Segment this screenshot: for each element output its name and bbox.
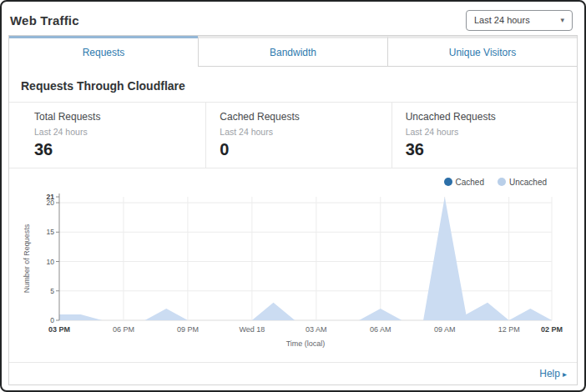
- svg-text:Time (local): Time (local): [286, 339, 326, 348]
- traffic-card: Requests Bandwidth Unique Visitors Reque…: [8, 35, 578, 385]
- svg-text:15: 15: [47, 228, 55, 236]
- cached-dot-icon: [444, 178, 452, 186]
- stat-subtitle: Last 24 hours: [406, 127, 563, 137]
- legend-cached-label: Cached: [456, 178, 484, 187]
- web-traffic-panel: Web Traffic Last 24 hours ▾ Requests Ban…: [0, 0, 586, 392]
- svg-text:21: 21: [47, 193, 55, 201]
- svg-text:Number of Requests: Number of Requests: [23, 224, 31, 293]
- stat-title: Cached Requests: [220, 111, 377, 123]
- requests-area-chart[interactable]: 051015202103 PM06 PM09 PMWed 1803 AM06 A…: [21, 188, 570, 352]
- stat-cached-requests: Cached Requests Last 24 hours 0: [205, 103, 391, 168]
- tab-bar: Requests Bandwidth Unique Visitors: [9, 36, 577, 67]
- legend-item-uncached: Uncached: [498, 178, 547, 187]
- section-title: Requests Through Cloudflare: [9, 67, 577, 102]
- svg-text:Wed 18: Wed 18: [239, 325, 265, 334]
- svg-text:06 PM: 06 PM: [113, 325, 134, 334]
- svg-text:5: 5: [50, 287, 54, 295]
- stat-value: 36: [406, 140, 563, 159]
- requests-content: Requests Through Cloudflare Total Reques…: [9, 67, 577, 362]
- chart-legend: Cached Uncached: [21, 175, 547, 188]
- svg-text:12 PM: 12 PM: [498, 325, 520, 334]
- panel-header: Web Traffic Last 24 hours ▾: [7, 7, 579, 33]
- triangle-right-icon: ▸: [563, 369, 567, 379]
- stat-uncached-requests: Uncached Requests Last 24 hours 36: [392, 103, 577, 168]
- tab-unique-visitors[interactable]: Unique Visitors: [387, 36, 577, 67]
- chart-area: Cached Uncached 051015202103 PM06 PM09 P…: [9, 168, 577, 362]
- legend-uncached-label: Uncached: [509, 178, 547, 187]
- stat-subtitle: Last 24 hours: [220, 127, 377, 137]
- svg-text:0: 0: [50, 316, 54, 324]
- stat-value: 0: [220, 140, 377, 159]
- uncached-dot-icon: [498, 178, 506, 186]
- svg-text:03 AM: 03 AM: [306, 325, 327, 334]
- tab-unique-visitors-label: Unique Visitors: [449, 47, 516, 58]
- stats-row: Total Requests Last 24 hours 36 Cached R…: [9, 102, 577, 168]
- svg-text:10: 10: [47, 258, 55, 266]
- stat-title: Uncached Requests: [406, 111, 563, 123]
- tab-requests[interactable]: Requests: [9, 36, 198, 67]
- help-label: Help: [539, 368, 560, 379]
- svg-text:02 PM: 02 PM: [541, 325, 563, 334]
- time-range-dropdown[interactable]: Last 24 hours ▾: [466, 10, 573, 31]
- card-footer: Help ▸: [9, 362, 577, 384]
- legend-item-cached: Cached: [444, 178, 484, 187]
- svg-text:06 AM: 06 AM: [370, 325, 392, 334]
- tab-bandwidth-label: Bandwidth: [270, 47, 316, 58]
- stat-value: 36: [34, 140, 192, 159]
- help-link[interactable]: Help ▸: [539, 368, 567, 379]
- tab-requests-label: Requests: [83, 47, 125, 58]
- tab-bandwidth[interactable]: Bandwidth: [198, 36, 387, 67]
- time-range-value: Last 24 hours: [474, 15, 530, 25]
- svg-text:09 AM: 09 AM: [434, 325, 456, 334]
- chevron-down-icon: ▾: [560, 16, 564, 24]
- stat-subtitle: Last 24 hours: [34, 127, 192, 137]
- page-title: Web Traffic: [10, 13, 79, 28]
- stat-total-requests: Total Requests Last 24 hours 36: [9, 103, 205, 168]
- stat-title: Total Requests: [34, 111, 192, 123]
- svg-text:03 PM: 03 PM: [48, 325, 70, 334]
- svg-text:09 PM: 09 PM: [177, 325, 199, 334]
